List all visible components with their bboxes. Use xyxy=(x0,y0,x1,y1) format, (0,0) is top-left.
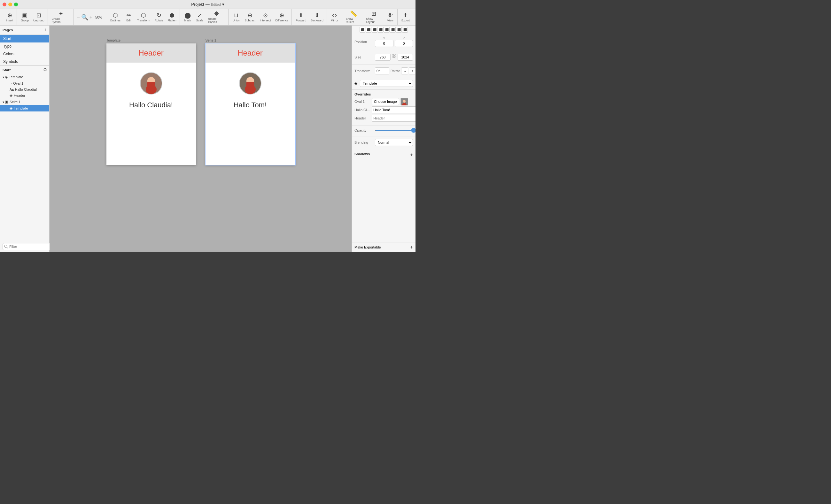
artboard-seite1[interactable]: Header Hallo Tom! xyxy=(205,43,295,165)
ungroup-button[interactable]: ⊡ Ungroup xyxy=(31,10,46,24)
maximize-button[interactable] xyxy=(14,3,18,6)
rulers-icon: 📏 xyxy=(350,11,357,17)
y-input[interactable] xyxy=(395,40,413,47)
title-bar: Projekt — Edited ▾ xyxy=(0,0,416,9)
width-input[interactable] xyxy=(375,54,391,61)
mirror-button[interactable]: ⇔ Mirror xyxy=(329,10,340,24)
layer-item-template-group[interactable]: ▾ ◈ Template xyxy=(0,74,49,80)
layout-icon: ⊞ xyxy=(371,11,376,17)
shadows-title: Shadows xyxy=(354,152,370,156)
add-exportable-button[interactable]: + xyxy=(410,244,413,250)
avatar-tom-svg xyxy=(240,73,261,94)
add-page-button[interactable]: + xyxy=(44,27,47,33)
layer-toggle[interactable]: ▾ xyxy=(3,76,4,79)
opacity-slider[interactable] xyxy=(375,130,416,131)
template-style-icon: ◈ xyxy=(354,81,357,86)
align-top-button[interactable]: ⬛ xyxy=(378,27,383,33)
flip-h-button[interactable]: ↔ xyxy=(401,67,408,75)
align-center-h-button[interactable]: ⬛ xyxy=(366,27,371,33)
filter-input[interactable] xyxy=(3,243,56,250)
page-item-symbols[interactable]: Symbols xyxy=(0,58,49,65)
rotate-input[interactable] xyxy=(375,67,389,75)
spacer xyxy=(352,160,416,242)
style-section: ◈ Template xyxy=(352,77,416,90)
create-symbol-button[interactable]: ✦ Create Symbol xyxy=(50,10,72,24)
overrides-title: Overrides xyxy=(354,92,413,96)
x-input[interactable] xyxy=(375,40,394,47)
transform-label: Transform xyxy=(354,69,374,73)
intersect-button[interactable]: ⊗ Intersect xyxy=(258,10,273,24)
scale-button[interactable]: ⤢ Scale xyxy=(194,10,205,24)
artboard-template[interactable]: Header Hallo Claudia! xyxy=(107,43,196,165)
align-center-v-button[interactable]: ⬛ xyxy=(384,27,390,33)
transform-row: Transform Rotate ↔ ↕ xyxy=(354,67,413,75)
zoom-value[interactable]: 50% xyxy=(94,15,104,19)
mirror-icon: ⇔ xyxy=(332,12,337,18)
forward-button[interactable]: ⬆ Forward xyxy=(294,10,308,24)
choose-image-button[interactable]: Choose Image xyxy=(372,98,399,105)
artboard-template-container: Template Header Hallo C xyxy=(107,38,196,165)
outlines-button[interactable]: ⬡ Outlines xyxy=(108,10,122,24)
subtract-button[interactable]: ⊖ Subtract xyxy=(242,10,257,24)
add-shadow-button[interactable]: + xyxy=(410,152,413,158)
page-item-typo[interactable]: Typo xyxy=(0,42,49,50)
export-icon: ⬆ xyxy=(403,12,408,18)
height-input[interactable] xyxy=(398,54,413,61)
header-override-input[interactable] xyxy=(372,115,416,122)
align-bottom-button[interactable]: ⬛ xyxy=(390,27,396,33)
backward-button[interactable]: ⬇ Backward xyxy=(309,10,325,24)
zoom-controls: − 🔍 + 50% xyxy=(74,9,106,25)
show-layout-button[interactable]: ⊞ Show Layout xyxy=(364,10,384,24)
transform-button[interactable]: ⬡ Transform xyxy=(135,10,152,24)
canvas[interactable]: Template Header Hallo C xyxy=(50,26,351,252)
edit-button[interactable]: ✏ Edit xyxy=(123,10,135,24)
layer-item-header[interactable]: ◈ Header xyxy=(0,92,49,99)
close-button[interactable] xyxy=(3,3,6,6)
align-right-button[interactable]: ⬛ xyxy=(372,27,377,33)
outlines-icon: ⬡ xyxy=(113,12,118,18)
layer-item-text-claudia[interactable]: Aa Hallo Claudia! xyxy=(0,87,49,92)
blending-select[interactable]: Normal xyxy=(375,139,413,146)
group-button[interactable]: ▣ Group xyxy=(19,10,31,24)
flatten-button[interactable]: ⬢ Flatten xyxy=(166,10,178,24)
rotate-copies-button[interactable]: ❋ Rotate Copies xyxy=(206,10,227,24)
layer-item-oval1[interactable]: ○ Oval 1 xyxy=(0,80,49,87)
title-dropdown-icon[interactable]: ▾ xyxy=(222,2,224,7)
layer-item-seite1[interactable]: ▾ ▣ Seite 1 xyxy=(0,99,49,105)
flip-buttons: ↔ ↕ xyxy=(401,67,416,75)
hallo-override-input[interactable] xyxy=(372,106,416,113)
artboard-seite1-label: Seite 1 xyxy=(205,38,217,42)
layer-toggle[interactable]: ▾ xyxy=(3,100,4,104)
zoom-out-button[interactable]: − xyxy=(76,14,80,21)
project-name: Projekt xyxy=(191,2,204,7)
distribute-v-button[interactable]: ⬛ xyxy=(402,27,408,33)
mask-button[interactable]: ⬤ Mask xyxy=(182,10,193,24)
opacity-section: Opacity 100 % xyxy=(352,126,416,137)
export-button[interactable]: ⬆ Export xyxy=(400,10,412,24)
align-left-button[interactable]: ⬛ xyxy=(360,27,365,33)
page-item-start[interactable]: Start xyxy=(0,35,49,42)
union-button[interactable]: ⊔ Union xyxy=(230,10,242,24)
artboard-seite1-container: Seite 1 Header Hallo To xyxy=(205,38,295,165)
blending-row: Blending Normal xyxy=(354,139,413,146)
view-controls: 📏 Show Rulers ⊞ Show Layout 👁 View xyxy=(343,9,398,25)
create-symbol-group: ✦ Create Symbol xyxy=(49,9,74,25)
rotate-button[interactable]: ↻ Rotate xyxy=(153,10,165,24)
layers-header: Start ⬡ xyxy=(0,66,49,74)
template-select[interactable]: Template xyxy=(360,80,413,87)
page-item-colors[interactable]: Colors xyxy=(0,50,49,58)
expand-icon: ⬡ xyxy=(44,68,47,72)
view-button[interactable]: 👁 View xyxy=(384,10,396,24)
insert-button[interactable]: ⊕ Insert xyxy=(4,10,15,24)
difference-button[interactable]: ⊕ Difference xyxy=(273,10,290,24)
opacity-row: Opacity 100 % xyxy=(354,128,413,132)
title-separator: — xyxy=(205,2,210,7)
flatten-icon: ⬢ xyxy=(169,12,174,18)
zoom-in-button[interactable]: + xyxy=(89,14,93,21)
minimize-button[interactable] xyxy=(8,3,12,6)
flip-v-button[interactable]: ↕ xyxy=(409,67,416,75)
layer-item-template-active[interactable]: ◈ Template xyxy=(0,105,49,112)
x-coord: X xyxy=(375,37,394,47)
distribute-h-button[interactable]: ⬛ xyxy=(396,27,402,33)
show-rulers-button[interactable]: 📏 Show Rulers xyxy=(344,10,364,24)
